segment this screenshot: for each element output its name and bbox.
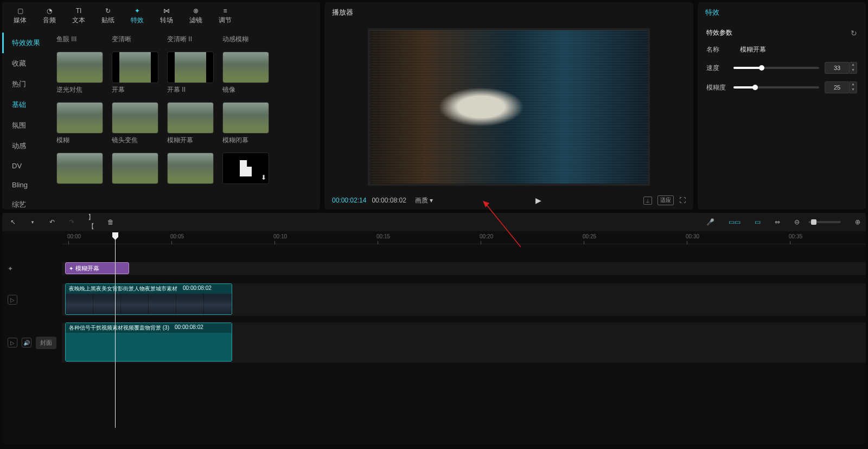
speed-stepper[interactable]: ▲▼: [850, 62, 857, 74]
filter-icon: ⊗: [193, 7, 199, 15]
zoom-slider[interactable]: [808, 221, 841, 223]
split-button[interactable]: 】【: [86, 213, 97, 231]
audio-icon: ◔: [47, 7, 52, 15]
blur-slider[interactable]: [733, 86, 819, 88]
effect-item[interactable]: 鱼眼 III: [56, 33, 103, 44]
effect-item[interactable]: 开幕: [112, 52, 158, 94]
effects-panel: ▢ 媒体 ◔ 音频 TI 文本 ↻ 贴纸 ✦ 特效 ⋈ 转场: [2, 2, 320, 210]
effect-item[interactable]: 变清晰 II: [167, 33, 214, 44]
tab-media[interactable]: ▢ 媒体: [8, 5, 33, 25]
tab-effects[interactable]: ✦ 特效: [125, 5, 150, 25]
effect-item[interactable]: 开幕 II: [167, 52, 214, 94]
effects-categories: 特效效果 收藏 热门 基础 氛围 动感 DV Bling 综艺: [2, 28, 54, 210]
align-icon[interactable]: ⇔: [775, 218, 780, 226]
tab-adjust[interactable]: ≡ 调节: [213, 5, 238, 25]
reset-icon[interactable]: ↻: [851, 29, 857, 37]
effect-item[interactable]: 变清晰: [112, 33, 158, 44]
fit-button[interactable]: 适应: [658, 195, 674, 205]
ratio-icon[interactable]: ⟂: [643, 197, 652, 205]
download-icon: ⬇: [261, 174, 266, 181]
star-icon: ✦: [69, 265, 73, 271]
cat-dynamic[interactable]: 动感: [2, 136, 54, 156]
playhead[interactable]: [115, 232, 116, 428]
cat-hot[interactable]: 热门: [2, 74, 54, 94]
audio-track-lane[interactable]: 各种信号干扰视频素材视频覆盖物背景 (3) 00:00:08:02: [62, 322, 866, 363]
audio-clip-name: 各种信号干扰视频素材视频覆盖物背景 (3): [69, 324, 169, 332]
cat-atmosphere[interactable]: 氛围: [2, 115, 54, 136]
tab-text[interactable]: TI 文本: [66, 5, 91, 25]
ruler-tick: 00:35: [789, 233, 802, 239]
fullscreen-icon[interactable]: ⛶: [679, 197, 686, 204]
adjust-icon: ≡: [223, 7, 227, 15]
ruler-tick: 00:15: [376, 233, 390, 239]
video-track-lane[interactable]: 夜晚晚上黑夜美女背影街景人物夜景城市素材 00:00:08:02: [62, 283, 866, 316]
ruler-tick: 00:30: [686, 233, 699, 239]
track-visibility-toggle[interactable]: ▷: [8, 338, 17, 347]
properties-panel: 特效 特效参数 ↻ 名称 模糊开幕 速度 33 ▲▼: [698, 2, 866, 210]
speed-slider[interactable]: [733, 67, 819, 69]
effect-track-lane[interactable]: ✦ 模糊开幕: [62, 262, 866, 275]
timeline-ruler[interactable]: 00:00 00:05 00:10 00:15 00:20 00:25 00:3…: [62, 231, 866, 244]
effect-item[interactable]: ⬇: [222, 153, 269, 184]
timeline: 00:00 00:05 00:10 00:15 00:20 00:25 00:3…: [2, 231, 866, 444]
cat-favorite[interactable]: 收藏: [2, 53, 54, 74]
time-current: 00:00:02:14: [332, 197, 366, 204]
play-button[interactable]: ▶: [535, 196, 541, 205]
cursor-dropdown[interactable]: ▼: [27, 220, 38, 225]
player-panel: 播放器 00:00:02:14 00:00:08:02 画质 ▾ ▶ ⟂ 适应 …: [324, 2, 693, 210]
speed-input[interactable]: 33: [825, 62, 850, 74]
cat-effects[interactable]: 特效效果: [2, 33, 54, 53]
name-value: 模糊开幕: [740, 45, 766, 54]
cover-button[interactable]: 封面: [36, 337, 56, 349]
undo-button[interactable]: ↶: [47, 218, 58, 226]
blur-input[interactable]: 25: [825, 81, 850, 93]
blur-label: 模糊度: [706, 83, 728, 92]
effect-item[interactable]: 逆光对焦: [56, 52, 103, 94]
name-label: 名称: [706, 45, 728, 54]
mic-icon[interactable]: 🎤: [706, 218, 714, 226]
video-clip[interactable]: 夜晚晚上黑夜美女背影街景人物夜景城市素材 00:00:08:02: [65, 283, 232, 315]
audio-clip[interactable]: 各种信号干扰视频素材视频覆盖物背景 (3) 00:00:08:02: [65, 322, 232, 362]
effect-item[interactable]: 镜像: [222, 52, 269, 94]
tab-transition[interactable]: ⋈ 转场: [154, 5, 179, 25]
effect-item[interactable]: [56, 153, 103, 184]
time-total: 00:00:08:02: [372, 197, 406, 204]
video-track-toggle[interactable]: ▷: [8, 295, 17, 305]
cat-basic[interactable]: 基础: [2, 94, 54, 115]
effect-item[interactable]: 动感模糊: [222, 33, 269, 44]
zoom-out-icon[interactable]: ⊖: [794, 218, 800, 226]
video-preview[interactable]: [368, 28, 650, 186]
ruler-tick: 00:00: [67, 233, 81, 239]
effect-item[interactable]: [112, 153, 158, 184]
redo-button[interactable]: ↷: [66, 218, 77, 226]
media-icon: ▢: [17, 7, 23, 15]
speed-label: 速度: [706, 64, 728, 73]
cat-variety[interactable]: 综艺: [2, 194, 54, 210]
track-mute-toggle[interactable]: 🔊: [22, 338, 31, 347]
player-viewport: [324, 23, 693, 191]
tab-filter[interactable]: ⊗ 滤镜: [183, 5, 208, 25]
quality-select[interactable]: 画质 ▾: [415, 196, 433, 205]
cat-bling[interactable]: Bling: [2, 175, 54, 194]
ruler-tick: 00:25: [583, 233, 596, 239]
effect-item[interactable]: 模糊: [56, 102, 103, 145]
delete-button[interactable]: 🗑: [105, 218, 116, 226]
magnet-on-icon[interactable]: ▭▭: [729, 218, 741, 226]
tab-sticker[interactable]: ↻ 贴纸: [95, 5, 120, 25]
ruler-tick: 00:05: [170, 233, 184, 239]
properties-title: 特效: [698, 2, 866, 23]
tab-audio[interactable]: ◔ 音频: [37, 5, 62, 25]
blur-stepper[interactable]: ▲▼: [850, 81, 857, 93]
effect-track-icon: ✦: [8, 265, 13, 273]
link-icon[interactable]: ▭: [755, 218, 761, 226]
text-icon: TI: [76, 7, 82, 15]
cat-dv[interactable]: DV: [2, 156, 54, 175]
effect-item[interactable]: 模糊闭幕: [222, 102, 269, 145]
effect-item[interactable]: 镜头变焦: [112, 102, 158, 145]
cursor-tool[interactable]: ↖: [8, 218, 18, 226]
effect-item[interactable]: [167, 153, 214, 184]
ruler-tick: 00:20: [480, 233, 493, 239]
effect-item[interactable]: 模糊开幕: [167, 102, 214, 145]
zoom-in-icon[interactable]: ⊕: [855, 218, 860, 226]
effect-clip[interactable]: ✦ 模糊开幕: [65, 262, 129, 274]
